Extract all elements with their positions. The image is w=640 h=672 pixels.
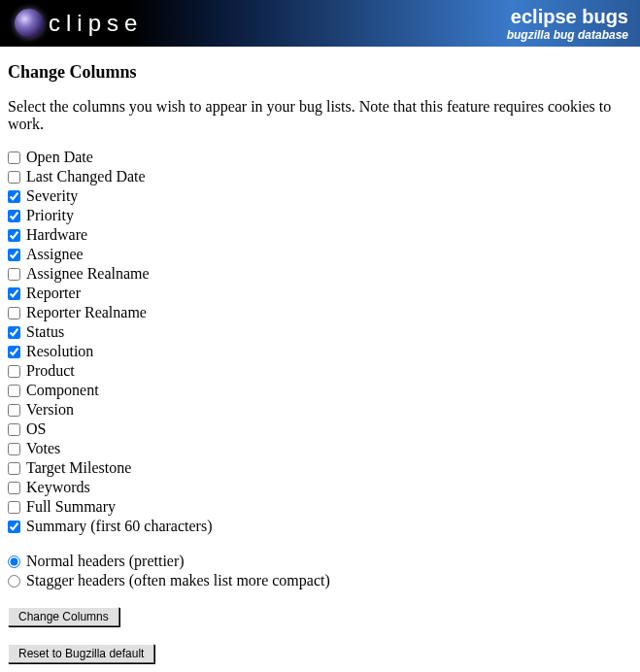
column-label: Open Date bbox=[26, 149, 93, 166]
column-option[interactable]: Assignee Realname bbox=[8, 265, 632, 283]
header-banner: clipse eclipse bugs bugzilla bug databas… bbox=[0, 0, 640, 47]
column-option[interactable]: Severity bbox=[8, 187, 632, 205]
column-option[interactable]: Last Changed Date bbox=[8, 168, 632, 185]
header-style-option[interactable]: Stagger headers (often makes list more c… bbox=[8, 572, 632, 589]
header-style-group: Normal headers (prettier)Stagger headers… bbox=[8, 553, 632, 589]
column-checkbox[interactable] bbox=[8, 385, 20, 397]
column-option[interactable]: Component bbox=[8, 382, 632, 399]
column-option[interactable]: Status bbox=[8, 323, 632, 341]
column-label: Resolution bbox=[26, 343, 93, 360]
main-content: Change Columns Select the columns you wi… bbox=[0, 47, 640, 671]
column-label: Assignee Realname bbox=[26, 265, 150, 283]
column-checkbox[interactable] bbox=[8, 229, 20, 242]
banner-subtitle: bugzilla bug database bbox=[507, 28, 628, 42]
columns-list: Open DateLast Changed DateSeverityPriori… bbox=[8, 149, 632, 535]
column-option[interactable]: Resolution bbox=[8, 343, 632, 360]
column-option[interactable]: OS bbox=[8, 420, 632, 438]
column-checkbox[interactable] bbox=[8, 287, 20, 300]
column-option[interactable]: Reporter bbox=[8, 285, 632, 302]
change-columns-button[interactable]: Change Columns bbox=[8, 607, 119, 626]
column-label: Votes bbox=[26, 440, 60, 457]
column-checkbox[interactable] bbox=[8, 462, 20, 475]
column-checkbox[interactable] bbox=[8, 151, 20, 164]
column-option[interactable]: Votes bbox=[8, 440, 632, 457]
column-option[interactable]: Priority bbox=[8, 207, 632, 224]
column-label: Keywords bbox=[26, 479, 90, 496]
page-title: Change Columns bbox=[8, 62, 632, 83]
intro-text: Select the columns you wish to appear in… bbox=[8, 98, 632, 133]
column-option[interactable]: Keywords bbox=[8, 479, 632, 496]
column-label: Hardware bbox=[26, 226, 87, 244]
column-option[interactable]: Assignee bbox=[8, 246, 632, 263]
column-label: Summary (first 60 characters) bbox=[26, 518, 212, 535]
eclipse-orb-icon bbox=[12, 6, 47, 41]
column-option[interactable]: Target Milestone bbox=[8, 459, 632, 477]
column-label: Target Milestone bbox=[26, 459, 131, 477]
column-option[interactable]: Open Date bbox=[8, 149, 632, 166]
column-label: Last Changed Date bbox=[26, 168, 146, 185]
column-option[interactable]: Hardware bbox=[8, 226, 632, 244]
column-option[interactable]: Summary (first 60 characters) bbox=[8, 518, 632, 535]
header-style-radio[interactable] bbox=[8, 575, 20, 588]
header-style-label: Normal headers (prettier) bbox=[26, 553, 185, 570]
banner-title: eclipse bugs bbox=[507, 6, 628, 28]
column-label: Version bbox=[26, 401, 74, 419]
logo-text: clipse bbox=[49, 10, 143, 37]
column-checkbox[interactable] bbox=[8, 171, 20, 184]
column-checkbox[interactable] bbox=[8, 249, 20, 261]
column-label: Reporter Realname bbox=[26, 304, 147, 321]
column-label: Reporter bbox=[26, 285, 81, 302]
submit-row: Change Columns bbox=[8, 607, 632, 626]
column-checkbox[interactable] bbox=[8, 307, 20, 319]
column-checkbox[interactable] bbox=[8, 404, 20, 417]
column-checkbox[interactable] bbox=[8, 346, 20, 358]
column-label: Full Summary bbox=[26, 498, 116, 516]
reset-row: Reset to Bugzilla default bbox=[8, 644, 632, 663]
header-style-label: Stagger headers (often makes list more c… bbox=[26, 572, 330, 589]
eclipse-logo: clipse bbox=[12, 6, 143, 41]
column-option[interactable]: Product bbox=[8, 362, 632, 380]
column-checkbox[interactable] bbox=[8, 482, 20, 494]
column-option[interactable]: Version bbox=[8, 401, 632, 419]
column-label: Severity bbox=[26, 187, 78, 205]
column-checkbox[interactable] bbox=[8, 443, 20, 455]
column-checkbox[interactable] bbox=[8, 501, 20, 514]
column-checkbox[interactable] bbox=[8, 190, 20, 203]
column-option[interactable]: Reporter Realname bbox=[8, 304, 632, 321]
reset-button[interactable]: Reset to Bugzilla default bbox=[8, 644, 154, 663]
column-checkbox[interactable] bbox=[8, 210, 20, 222]
column-checkbox[interactable] bbox=[8, 365, 20, 378]
column-checkbox[interactable] bbox=[8, 521, 20, 533]
column-checkbox[interactable] bbox=[8, 326, 20, 339]
column-checkbox[interactable] bbox=[8, 423, 20, 436]
column-label: Priority bbox=[26, 207, 74, 224]
column-label: OS bbox=[26, 420, 46, 438]
column-label: Product bbox=[26, 362, 75, 380]
column-checkbox[interactable] bbox=[8, 268, 20, 281]
column-label: Component bbox=[26, 382, 99, 399]
header-style-option[interactable]: Normal headers (prettier) bbox=[8, 553, 632, 570]
banner-right: eclipse bugs bugzilla bug database bbox=[507, 6, 628, 42]
column-option[interactable]: Full Summary bbox=[8, 498, 632, 516]
column-label: Assignee bbox=[26, 246, 84, 263]
column-label: Status bbox=[26, 323, 64, 341]
header-style-radio[interactable] bbox=[8, 555, 20, 568]
